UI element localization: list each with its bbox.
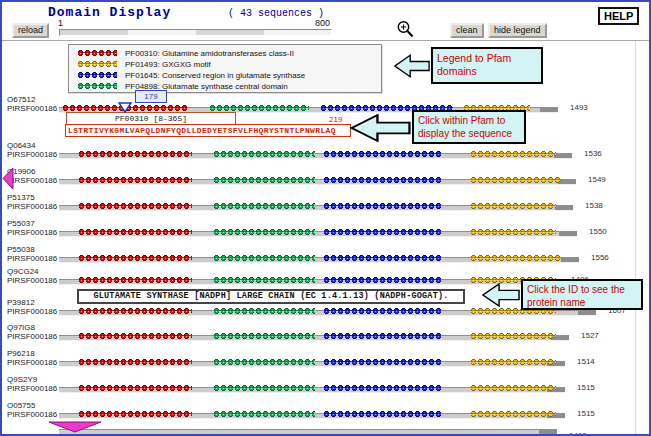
protein-id-link[interactable]: O05755 <box>7 401 35 410</box>
legend-label: PF01493: GXGXG motif <box>125 60 211 69</box>
pfam-domain-PF01645[interactable] <box>323 332 441 340</box>
pfam-domain-PF04898[interactable] <box>213 276 315 284</box>
pfam-domain-PF04898[interactable] <box>213 307 315 315</box>
pfam-domain-PF01493[interactable] <box>470 332 556 340</box>
pirsf-id-link[interactable]: PIRSF000186 <box>7 332 57 341</box>
legend-item: PF00310: Glutamine amidotransferases cla… <box>77 48 117 58</box>
pfam-domain-PF00310[interactable] <box>78 150 192 158</box>
protein-id-link[interactable]: Q9CG24 <box>7 267 39 276</box>
pfam-domain-PF00310[interactable] <box>78 307 192 315</box>
sequence-row: Q97IG8 PIRSF000186 1527 <box>2 322 649 348</box>
clean-button[interactable]: clean <box>450 23 484 38</box>
sequence-row: Q9S2Y9 PIRSF000186 1515 <box>2 374 649 400</box>
pfam-click-callout: Click within Pfam to display the sequenc… <box>412 110 526 144</box>
pirsf-id-link[interactable]: PIRSF000186 <box>7 276 57 285</box>
sequence-row: O19906 PIRSF000186 1549 <box>2 166 649 192</box>
pirsf-id-link[interactable]: PIRSF000186 <box>7 150 57 159</box>
pfam-domain-PF04898[interactable] <box>213 332 315 340</box>
pfam-domain-PF01493[interactable] <box>470 202 556 210</box>
hide-legend-button[interactable]: hide legend <box>488 23 547 38</box>
pfam-domain-PF00310[interactable] <box>78 202 192 210</box>
pfam-domain-PF04898[interactable] <box>213 358 315 366</box>
help-button[interactable]: HELP <box>598 7 639 25</box>
pfam-domain-PF00310[interactable] <box>78 276 192 284</box>
toolbar-separator <box>2 40 649 41</box>
pfam-domain-PF00310[interactable] <box>78 228 192 236</box>
pfam-domain-PF01645[interactable] <box>323 176 441 184</box>
pfam-domain-PF01645[interactable] <box>323 276 441 284</box>
pfam-domain-PF04898[interactable] <box>213 384 315 392</box>
pfam-domain-PF01493[interactable] <box>470 150 556 158</box>
sequence-length: 1514 <box>577 357 595 366</box>
reload-button[interactable]: reload <box>12 23 49 38</box>
protein-id-link[interactable]: Q06434 <box>7 141 35 150</box>
scroll-left-icon[interactable] <box>2 167 14 194</box>
sequence-length: 1493 <box>570 103 588 112</box>
pfam-domain-PF04898[interactable] <box>213 202 315 210</box>
pfam-domain-PF00310[interactable] <box>78 358 192 366</box>
pfam-domain-PF01493[interactable] <box>470 358 556 366</box>
pfam-domain-PF04898[interactable] <box>209 104 309 112</box>
protein-id-link[interactable]: P39812 <box>7 298 35 307</box>
protein-name-box: GLUTAMATE SYNTHASE [NADPH] LARGE CHAIN (… <box>77 289 465 304</box>
pirsf-id-link[interactable]: PIRSF000186 <box>7 384 57 393</box>
pfam-domain-PF01645[interactable] <box>323 150 441 158</box>
pfam-domain-PF01493[interactable] <box>470 176 562 184</box>
ruler-end-label: 800 <box>315 18 330 28</box>
pfam-domain-PF01645[interactable] <box>323 384 441 392</box>
pfam-domain-PF01493[interactable] <box>470 384 556 392</box>
legend-label: PF01645: Conserved region in glutamate s… <box>125 71 305 80</box>
sequence-row: P51375 PIRSF000186 1538 <box>2 192 649 218</box>
sequence-length: 1536 <box>584 149 602 158</box>
green-domain-icon <box>77 82 117 90</box>
protein-id-link[interactable]: Q9S2Y9 <box>7 375 37 384</box>
sequence-length: 1550 <box>589 227 607 236</box>
callout-arrow-left-icon <box>482 283 520 307</box>
pfam-domain-PF01645[interactable] <box>323 228 441 236</box>
scroll-down-icon[interactable] <box>48 419 102 436</box>
pirsf-id-link[interactable]: PIRSF000186 <box>7 228 57 237</box>
legend-item: PF01645: Conserved region in glutamate s… <box>77 70 117 80</box>
pfam-domain-PF04898[interactable] <box>213 176 315 184</box>
protein-id-link[interactable]: O67512 <box>7 95 35 104</box>
pirsf-id-link[interactable]: PIRSF000186 <box>7 358 57 367</box>
residue-position-marker: 179 <box>135 90 167 103</box>
pfam-domain-PF01645[interactable] <box>323 307 441 315</box>
pfam-domain-PF04898[interactable] <box>213 254 315 262</box>
sequence-row: P55037 PIRSF000186 1550 <box>2 218 649 244</box>
pfam-domain-PF01645[interactable] <box>323 202 441 210</box>
pirsf-id-link[interactable]: PIRSF000186 <box>7 307 57 316</box>
pfam-domain-PF00310[interactable] <box>78 176 192 184</box>
pfam-domain-PF04898[interactable] <box>213 150 315 158</box>
pfam-legend: PF00310: Glutamine amidotransferases cla… <box>68 44 382 93</box>
scale-ruler[interactable] <box>59 29 332 36</box>
domain-sequence-text: LSTRTIVYKGMLVAPQLDNFYQDLLDEDYETSFVLFHQRY… <box>65 124 351 137</box>
legend-label: PF00310: Glutamine amidotransferases cla… <box>125 49 294 58</box>
protein-id-link[interactable]: P96218 <box>7 349 35 358</box>
pirsf-id-link[interactable]: PIRSF000186 <box>7 254 57 263</box>
pirsf-id-link[interactable]: PIRSF000186 <box>7 104 57 113</box>
sequence-length: 1549 <box>588 175 606 184</box>
pfam-domain-PF00310[interactable] <box>78 384 192 392</box>
position-pointer-icon <box>118 99 132 117</box>
pfam-domain-PF01645[interactable] <box>323 358 441 366</box>
pirsf-id-link[interactable]: PIRSF000186 <box>7 176 57 185</box>
pfam-domain-PF00310[interactable] <box>78 332 192 340</box>
pirsf-id-link[interactable]: PIRSF000186 <box>7 202 57 211</box>
protein-id-link[interactable]: P55038 <box>7 245 35 254</box>
pfam-domain-PF00310[interactable] <box>78 254 192 262</box>
callout-arrow-left-icon <box>350 114 411 142</box>
protein-id-link[interactable]: Q97IG8 <box>7 323 35 332</box>
blue-domain-icon <box>77 71 117 79</box>
pfam-domain-PF01645[interactable] <box>323 254 441 262</box>
pfam-domain-PF01493[interactable] <box>470 254 562 262</box>
callout-arrow-left-icon <box>394 53 430 79</box>
sequence-segment: VAPQLDNFYQDLLDEDYETSFVLFHQRYSTNTLPNWRLAQ <box>130 126 336 135</box>
protein-id-link[interactable]: P55037 <box>7 219 35 228</box>
pfam-domain-PF04898[interactable] <box>213 228 315 236</box>
protein-id-link[interactable]: P51375 <box>7 193 35 202</box>
sequence-length: 1556 <box>591 253 609 262</box>
pfam-domain-PF01493[interactable] <box>470 228 556 236</box>
yellow-domain-icon <box>77 60 117 68</box>
sequence-end-position: 219 <box>329 115 342 124</box>
